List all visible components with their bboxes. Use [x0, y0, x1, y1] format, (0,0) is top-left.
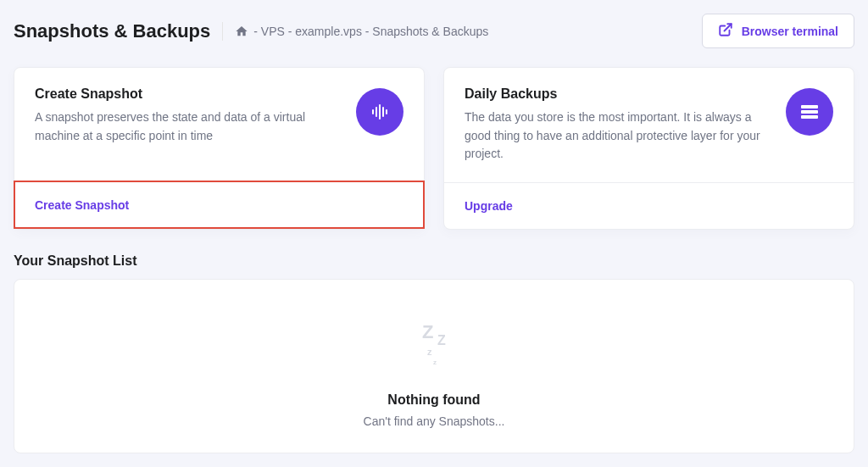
daily-backups-title: Daily Backups	[465, 86, 772, 102]
sleep-icon: Z Z z z	[407, 321, 461, 374]
home-icon	[235, 25, 248, 38]
svg-rect-3	[379, 104, 381, 120]
svg-text:Z: Z	[437, 333, 446, 347]
svg-line-0	[724, 24, 731, 31]
browser-terminal-button[interactable]: Browser terminal	[702, 14, 854, 48]
svg-rect-7	[801, 110, 818, 114]
create-snapshot-card: Create Snapshot A snapshot preserves the…	[14, 67, 425, 230]
create-snapshot-title: Create Snapshot	[35, 86, 342, 102]
svg-rect-1	[372, 109, 374, 114]
svg-text:z: z	[427, 347, 432, 357]
daily-backups-card: Daily Backups The data you store is the …	[443, 67, 854, 230]
page-title: Snapshots & Backups	[14, 20, 210, 42]
svg-rect-6	[801, 105, 818, 108]
svg-rect-4	[382, 107, 384, 117]
create-snapshot-action[interactable]: Create Snapshot	[14, 181, 424, 228]
card-body: Create Snapshot A snapshot preserves the…	[14, 68, 424, 181]
header-left: Snapshots & Backups - VPS - example.vps …	[14, 20, 488, 42]
empty-state-title: Nothing found	[387, 392, 480, 408]
create-snapshot-link: Create Snapshot	[35, 198, 129, 212]
snapshot-list-title: Your Snapshot List	[14, 253, 854, 269]
breadcrumb-text: - VPS - example.vps - Snapshots & Backup…	[253, 25, 488, 38]
empty-state-description: Can't find any Snapshots...	[364, 414, 505, 428]
svg-text:z: z	[433, 359, 437, 366]
svg-rect-8	[801, 115, 818, 119]
card-text: Create Snapshot A snapshot preserves the…	[35, 86, 356, 145]
divider	[222, 22, 223, 41]
external-link-icon	[718, 22, 733, 40]
breadcrumb[interactable]: - VPS - example.vps - Snapshots & Backup…	[235, 25, 488, 38]
daily-backups-description: The data you store is the most important…	[465, 108, 772, 164]
card-text: Daily Backups The data you store is the …	[465, 86, 786, 164]
cards-row: Create Snapshot A snapshot preserves the…	[14, 67, 854, 230]
create-snapshot-description: A snapshot preserves the state and data …	[35, 108, 342, 145]
svg-text:Z: Z	[422, 321, 433, 342]
card-body: Daily Backups The data you store is the …	[444, 68, 854, 182]
upgrade-action[interactable]: Upgrade	[444, 182, 854, 229]
svg-rect-2	[376, 107, 377, 117]
sound-wave-icon	[356, 88, 403, 136]
terminal-button-label: Browser terminal	[742, 25, 838, 38]
snapshot-list-panel: Z Z z z Nothing found Can't find any Sna…	[14, 279, 854, 453]
upgrade-link: Upgrade	[465, 199, 513, 213]
server-stack-icon	[786, 88, 833, 136]
page-header: Snapshots & Backups - VPS - example.vps …	[14, 14, 854, 48]
svg-rect-5	[386, 109, 387, 114]
